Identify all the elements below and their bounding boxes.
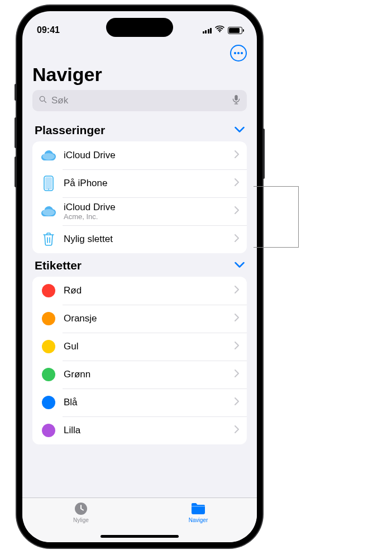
chevron-right-icon: [235, 425, 239, 435]
row-label: iCloud Drive: [64, 202, 235, 213]
row-label: Oransje: [64, 313, 235, 324]
svg-rect-6: [192, 506, 205, 506]
callout-line: [254, 186, 298, 187]
trash-icon: [40, 231, 57, 248]
chevron-right-icon: [235, 150, 239, 160]
locations-list: iCloud Drive På iPhone: [32, 141, 247, 253]
callout-line: [298, 186, 299, 248]
more-button[interactable]: [230, 45, 247, 61]
toolbar: [22, 41, 257, 63]
row-label: Blå: [64, 397, 235, 408]
side-button: [262, 129, 265, 179]
tab-label: Naviger: [189, 517, 208, 523]
chevron-right-icon: [235, 369, 239, 380]
chevron-right-icon: [235, 178, 239, 188]
clock-icon: [73, 501, 89, 516]
icloud-icon: [40, 203, 57, 220]
tag-row-purple[interactable]: Lilla: [32, 416, 247, 444]
chevron-right-icon: [235, 342, 239, 352]
chevron-right-icon: [235, 286, 239, 296]
row-sublabel: Acme, Inc.: [64, 212, 235, 221]
tag-dot-icon: [40, 422, 57, 439]
chevron-right-icon: [235, 397, 239, 408]
chevron-down-icon: [235, 260, 245, 271]
search-icon: [38, 94, 48, 107]
locations-title: Plasseringer: [35, 124, 105, 137]
mic-icon[interactable]: [231, 94, 241, 107]
tag-row-red[interactable]: Rød: [32, 277, 247, 305]
tab-label: Nylige: [73, 517, 89, 523]
svg-point-4: [42, 209, 55, 216]
tag-dot-icon: [40, 282, 57, 299]
tag-row-green[interactable]: Grønn: [32, 361, 247, 389]
volume-up-button: [15, 117, 17, 148]
content-scroll[interactable]: Plasseringer iCloud Drive: [22, 118, 257, 498]
cellular-icon: [203, 27, 212, 34]
tag-row-orange[interactable]: Oransje: [32, 305, 247, 333]
screen: 09:41 Naviger Søk: [22, 11, 257, 542]
location-row-icloud-work[interactable]: iCloud Drive Acme, Inc.: [32, 197, 247, 225]
row-label: På iPhone: [64, 178, 235, 189]
search-placeholder: Søk: [51, 95, 228, 106]
chevron-right-icon: [235, 206, 239, 216]
home-indicator[interactable]: [101, 535, 179, 538]
chevron-right-icon: [235, 314, 239, 324]
svg-rect-2: [45, 177, 52, 190]
svg-point-0: [42, 153, 55, 160]
page-title: Naviger: [22, 63, 257, 90]
row-label: Nylig slettet: [64, 234, 235, 245]
iphone-icon: [40, 175, 57, 192]
tags-title: Etiketter: [35, 259, 82, 272]
row-label: Grønn: [64, 369, 235, 380]
svg-point-3: [48, 189, 49, 190]
chevron-right-icon: [235, 234, 239, 244]
row-label: Lilla: [64, 425, 235, 436]
location-row-icloud[interactable]: iCloud Drive: [32, 141, 247, 169]
tag-dot-icon: [40, 310, 57, 327]
status-time: 09:41: [37, 25, 60, 35]
icloud-icon: [40, 147, 57, 164]
mute-switch: [15, 84, 17, 101]
folder-icon: [190, 501, 207, 516]
callout-line: [254, 247, 298, 248]
tag-row-yellow[interactable]: Gul: [32, 333, 247, 361]
battery-icon: [228, 27, 242, 34]
location-row-iphone[interactable]: På iPhone: [32, 169, 247, 197]
phone-frame: 09:41 Naviger Søk: [17, 6, 262, 548]
tag-dot-icon: [40, 394, 57, 411]
row-label: Gul: [64, 341, 235, 352]
tag-dot-icon: [40, 366, 57, 383]
chevron-down-icon: [235, 125, 245, 135]
wifi-icon: [215, 25, 224, 35]
locations-header[interactable]: Plasseringer: [32, 118, 247, 141]
location-row-trash[interactable]: Nylig slettet: [32, 225, 247, 253]
search-input[interactable]: Søk: [32, 90, 247, 111]
volume-down-button: [15, 157, 17, 187]
row-label: iCloud Drive: [64, 150, 235, 161]
tags-list: Rød Oransje Gul Grønn: [32, 277, 247, 444]
dynamic-island: [106, 18, 173, 37]
tags-header[interactable]: Etiketter: [32, 253, 247, 277]
row-label: Rød: [64, 285, 235, 296]
tag-row-blue[interactable]: Blå: [32, 389, 247, 416]
tag-dot-icon: [40, 338, 57, 355]
